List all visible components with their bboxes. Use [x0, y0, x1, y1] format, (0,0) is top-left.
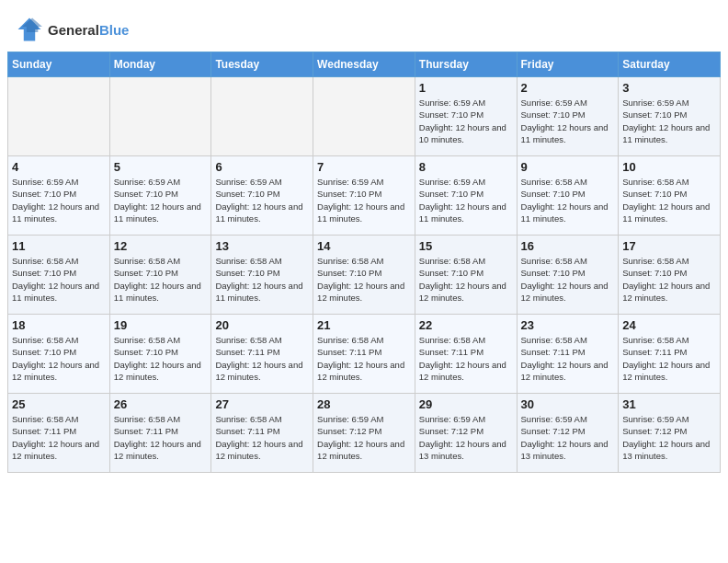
calendar-cell: 20Sunrise: 6:58 AM Sunset: 7:11 PM Dayli… [211, 315, 313, 394]
col-header-friday: Friday [517, 52, 619, 77]
day-info: Sunrise: 6:58 AM Sunset: 7:11 PM Dayligh… [12, 413, 106, 462]
day-number: 21 [317, 318, 411, 332]
calendar-cell: 1Sunrise: 6:59 AM Sunset: 7:10 PM Daylig… [415, 77, 517, 156]
day-info: Sunrise: 6:58 AM Sunset: 7:10 PM Dayligh… [622, 176, 716, 224]
col-header-tuesday: Tuesday [211, 52, 313, 77]
day-number: 18 [12, 318, 106, 332]
day-number: 27 [215, 397, 309, 411]
day-info: Sunrise: 6:59 AM Sunset: 7:10 PM Dayligh… [215, 176, 309, 224]
day-number: 28 [317, 397, 411, 411]
day-number: 31 [622, 397, 716, 411]
calendar-week-row: 4Sunrise: 6:59 AM Sunset: 7:10 PM Daylig… [8, 156, 721, 236]
calendar-cell: 6Sunrise: 6:59 AM Sunset: 7:10 PM Daylig… [211, 156, 313, 236]
calendar-cell [313, 77, 415, 156]
day-info: Sunrise: 6:59 AM Sunset: 7:12 PM Dayligh… [622, 413, 716, 462]
day-info: Sunrise: 6:58 AM Sunset: 7:10 PM Dayligh… [317, 255, 411, 304]
day-number: 17 [622, 239, 716, 253]
calendar-cell: 17Sunrise: 6:58 AM Sunset: 7:10 PM Dayli… [619, 236, 721, 315]
day-info: Sunrise: 6:59 AM Sunset: 7:12 PM Dayligh… [521, 413, 615, 462]
page-header: GeneralBlue [0, 0, 728, 52]
day-number: 6 [215, 160, 309, 174]
calendar-cell: 11Sunrise: 6:58 AM Sunset: 7:10 PM Dayli… [8, 236, 110, 315]
day-number: 4 [12, 160, 106, 174]
calendar-cell: 15Sunrise: 6:58 AM Sunset: 7:10 PM Dayli… [415, 236, 517, 315]
calendar-cell: 5Sunrise: 6:59 AM Sunset: 7:10 PM Daylig… [109, 156, 211, 236]
day-info: Sunrise: 6:58 AM Sunset: 7:11 PM Dayligh… [317, 334, 411, 383]
day-number: 10 [622, 160, 716, 174]
day-info: Sunrise: 6:58 AM Sunset: 7:10 PM Dayligh… [419, 255, 513, 304]
calendar-cell: 21Sunrise: 6:58 AM Sunset: 7:11 PM Dayli… [313, 315, 415, 394]
calendar-week-row: 1Sunrise: 6:59 AM Sunset: 7:10 PM Daylig… [8, 77, 721, 156]
calendar-cell: 8Sunrise: 6:59 AM Sunset: 7:10 PM Daylig… [415, 156, 517, 236]
day-info: Sunrise: 6:59 AM Sunset: 7:10 PM Dayligh… [317, 176, 411, 224]
calendar-week-row: 18Sunrise: 6:58 AM Sunset: 7:10 PM Dayli… [8, 315, 721, 394]
day-info: Sunrise: 6:59 AM Sunset: 7:10 PM Dayligh… [622, 97, 716, 145]
col-header-wednesday: Wednesday [313, 52, 415, 77]
day-number: 13 [215, 239, 309, 253]
day-number: 19 [114, 318, 208, 332]
calendar-cell [8, 77, 110, 156]
day-info: Sunrise: 6:59 AM Sunset: 7:10 PM Dayligh… [419, 176, 513, 224]
calendar-wrapper: SundayMondayTuesdayWednesdayThursdayFrid… [0, 52, 728, 480]
day-info: Sunrise: 6:58 AM Sunset: 7:11 PM Dayligh… [215, 413, 309, 462]
day-info: Sunrise: 6:59 AM Sunset: 7:10 PM Dayligh… [114, 176, 208, 224]
calendar-cell: 7Sunrise: 6:59 AM Sunset: 7:10 PM Daylig… [313, 156, 415, 236]
day-number: 14 [317, 239, 411, 253]
day-info: Sunrise: 6:58 AM Sunset: 7:11 PM Dayligh… [419, 334, 513, 383]
day-number: 8 [419, 160, 513, 174]
calendar-cell: 31Sunrise: 6:59 AM Sunset: 7:12 PM Dayli… [619, 394, 721, 473]
day-number: 29 [419, 397, 513, 411]
calendar-cell: 16Sunrise: 6:58 AM Sunset: 7:10 PM Dayli… [517, 236, 619, 315]
day-number: 22 [419, 318, 513, 332]
calendar-cell: 2Sunrise: 6:59 AM Sunset: 7:10 PM Daylig… [517, 77, 619, 156]
calendar-cell: 30Sunrise: 6:59 AM Sunset: 7:12 PM Dayli… [517, 394, 619, 473]
day-info: Sunrise: 6:58 AM Sunset: 7:10 PM Dayligh… [114, 255, 208, 304]
logo-text: GeneralBlue [48, 22, 129, 38]
day-info: Sunrise: 6:58 AM Sunset: 7:11 PM Dayligh… [215, 334, 309, 383]
day-number: 2 [521, 81, 615, 95]
calendar-cell: 10Sunrise: 6:58 AM Sunset: 7:10 PM Dayli… [619, 156, 721, 236]
calendar-cell [109, 77, 211, 156]
logo-icon [15, 17, 44, 42]
day-info: Sunrise: 6:59 AM Sunset: 7:10 PM Dayligh… [521, 97, 615, 145]
day-number: 12 [114, 239, 208, 253]
calendar-cell: 13Sunrise: 6:58 AM Sunset: 7:10 PM Dayli… [211, 236, 313, 315]
day-number: 16 [521, 239, 615, 253]
col-header-saturday: Saturday [619, 52, 721, 77]
day-number: 15 [419, 239, 513, 253]
day-info: Sunrise: 6:58 AM Sunset: 7:10 PM Dayligh… [521, 255, 615, 304]
day-info: Sunrise: 6:58 AM Sunset: 7:10 PM Dayligh… [622, 255, 716, 304]
calendar-table: SundayMondayTuesdayWednesdayThursdayFrid… [7, 52, 721, 473]
calendar-cell: 29Sunrise: 6:59 AM Sunset: 7:12 PM Dayli… [415, 394, 517, 473]
day-number: 24 [622, 318, 716, 332]
day-info: Sunrise: 6:58 AM Sunset: 7:10 PM Dayligh… [114, 334, 208, 383]
day-info: Sunrise: 6:58 AM Sunset: 7:10 PM Dayligh… [215, 255, 309, 304]
day-info: Sunrise: 6:58 AM Sunset: 7:11 PM Dayligh… [521, 334, 615, 383]
day-info: Sunrise: 6:58 AM Sunset: 7:11 PM Dayligh… [622, 334, 716, 383]
day-number: 7 [317, 160, 411, 174]
col-header-thursday: Thursday [415, 52, 517, 77]
day-number: 11 [12, 239, 106, 253]
day-number: 3 [622, 81, 716, 95]
calendar-cell: 24Sunrise: 6:58 AM Sunset: 7:11 PM Dayli… [619, 315, 721, 394]
calendar-cell: 23Sunrise: 6:58 AM Sunset: 7:11 PM Dayli… [517, 315, 619, 394]
calendar-week-row: 11Sunrise: 6:58 AM Sunset: 7:10 PM Dayli… [8, 236, 721, 315]
calendar-cell: 28Sunrise: 6:59 AM Sunset: 7:12 PM Dayli… [313, 394, 415, 473]
calendar-cell: 14Sunrise: 6:58 AM Sunset: 7:10 PM Dayli… [313, 236, 415, 315]
day-info: Sunrise: 6:58 AM Sunset: 7:10 PM Dayligh… [12, 334, 106, 383]
logo: GeneralBlue [15, 17, 129, 42]
day-info: Sunrise: 6:59 AM Sunset: 7:12 PM Dayligh… [317, 413, 411, 462]
calendar-cell: 19Sunrise: 6:58 AM Sunset: 7:10 PM Dayli… [109, 315, 211, 394]
calendar-header-row: SundayMondayTuesdayWednesdayThursdayFrid… [8, 52, 721, 77]
day-number: 23 [521, 318, 615, 332]
day-number: 25 [12, 397, 106, 411]
calendar-cell: 18Sunrise: 6:58 AM Sunset: 7:10 PM Dayli… [8, 315, 110, 394]
day-number: 5 [114, 160, 208, 174]
day-number: 30 [521, 397, 615, 411]
calendar-cell: 4Sunrise: 6:59 AM Sunset: 7:10 PM Daylig… [8, 156, 110, 236]
calendar-cell [211, 77, 313, 156]
calendar-cell: 25Sunrise: 6:58 AM Sunset: 7:11 PM Dayli… [8, 394, 110, 473]
calendar-cell: 26Sunrise: 6:58 AM Sunset: 7:11 PM Dayli… [109, 394, 211, 473]
day-info: Sunrise: 6:59 AM Sunset: 7:12 PM Dayligh… [419, 413, 513, 462]
calendar-cell: 22Sunrise: 6:58 AM Sunset: 7:11 PM Dayli… [415, 315, 517, 394]
